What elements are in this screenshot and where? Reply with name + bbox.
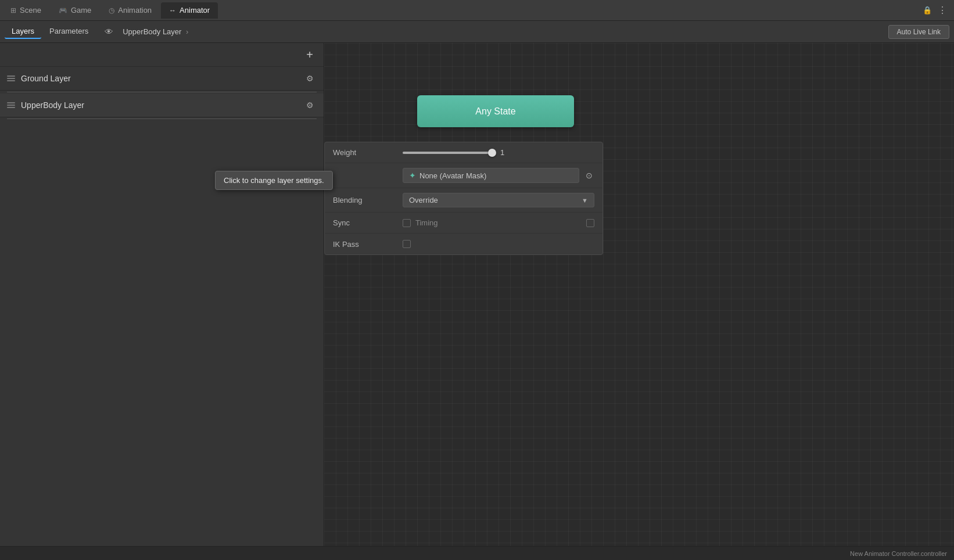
toolbar: Layers Parameters 👁 UpperBody Layer › Au…: [0, 21, 954, 43]
game-icon: 🎮: [59, 6, 67, 15]
weight-slider-fill: [403, 152, 496, 154]
settings-tooltip: Click to change layer settings.: [215, 171, 333, 190]
auto-live-link-button[interactable]: Auto Live Link: [888, 25, 949, 39]
scene-icon: ⊞: [10, 6, 16, 15]
timing-checkbox[interactable]: [586, 219, 594, 227]
blending-label: Blending: [333, 196, 403, 204]
more-options-icon[interactable]: ⋮: [938, 5, 947, 16]
weight-value-container: 1: [403, 148, 594, 157]
weight-row: Weight 1: [325, 142, 602, 163]
tab-game[interactable]: 🎮 Game: [51, 2, 99, 19]
drag-line: [7, 76, 15, 77]
ik-pass-row: IK Pass: [325, 234, 602, 254]
drag-line: [7, 80, 15, 81]
sync-row: Sync Timing: [325, 213, 602, 234]
sync-label: Sync: [333, 218, 403, 227]
breadcrumb-arrow: ›: [186, 27, 188, 36]
dropdown-arrow-icon: ▼: [582, 197, 588, 204]
right-panel: Any State Weight 1 ✦: [324, 43, 954, 546]
tab-animation-label: Animation: [118, 6, 152, 15]
layer-item-upperbody[interactable]: UpperBody Layer ⚙: [0, 94, 324, 117]
upperbody-layer-separator: [7, 119, 317, 119]
tab-animator[interactable]: ↔ Animator: [161, 2, 218, 19]
tab-scene-label: Scene: [20, 6, 41, 15]
blending-selected: Override: [409, 196, 438, 204]
breadcrumb: UpperBody Layer ›: [123, 27, 191, 36]
timing-label: Timing: [415, 218, 582, 227]
drag-line: [7, 78, 15, 79]
avatar-mask-row: ✦ None (Avatar Mask) ⊙: [325, 163, 602, 188]
avatar-mask-target-button[interactable]: ⊙: [584, 170, 594, 181]
breadcrumb-label: UpperBody Layer: [123, 27, 181, 36]
layer-settings-panel: Weight 1 ✦ None (Avatar Mask): [324, 142, 603, 255]
avatar-mask-value: ✦ None (Avatar Mask) ⊙: [403, 168, 594, 183]
drag-line: [7, 105, 15, 106]
status-bar: New Animator Controller.controller: [0, 546, 954, 560]
sync-checkbox[interactable]: [403, 219, 411, 227]
ground-layer-name: Ground Layer: [21, 74, 303, 83]
animation-icon: ◷: [109, 6, 114, 15]
weight-slider[interactable]: [403, 152, 496, 154]
eye-icon[interactable]: 👁: [105, 27, 113, 37]
add-layer-button[interactable]: +: [303, 48, 317, 62]
blending-value: Override ▼: [403, 193, 594, 207]
tab-animator-label: Animator: [180, 6, 210, 15]
any-state-label: Any State: [475, 106, 515, 117]
weight-value: 1: [500, 148, 512, 157]
drag-handle-ground: [7, 76, 16, 81]
tab-animation[interactable]: ◷ Animation: [101, 2, 160, 19]
toolbar-tabs: Layers Parameters: [5, 24, 95, 39]
avatar-mask-icon: ✦: [409, 171, 416, 180]
ik-pass-checkbox[interactable]: [403, 240, 411, 248]
ik-pass-value: [403, 240, 594, 248]
ground-layer-separator: [7, 92, 317, 92]
weight-slider-thumb: [488, 149, 496, 157]
avatar-mask-label: None (Avatar Mask): [419, 171, 486, 180]
tab-bar-right: 🔒 ⋮: [923, 5, 952, 16]
tab-bar: ⊞ Scene 🎮 Game ◷ Animation ↔ Animator 🔒 …: [0, 0, 954, 21]
left-panel: + Ground Layer ⚙ UpperBody Layer ⚙: [0, 43, 324, 546]
ik-pass-label: IK Pass: [333, 240, 403, 249]
upperbody-layer-settings-button[interactable]: ⚙: [303, 98, 317, 112]
tab-scene[interactable]: ⊞ Scene: [2, 2, 49, 19]
drag-line: [7, 102, 15, 103]
any-state-node[interactable]: Any State: [417, 95, 574, 127]
layers-tab[interactable]: Layers: [5, 24, 41, 39]
left-panel-header: +: [0, 43, 324, 67]
weight-label: Weight: [333, 148, 403, 157]
avatar-mask-button[interactable]: ✦ None (Avatar Mask): [403, 168, 579, 183]
blending-dropdown[interactable]: Override ▼: [403, 193, 594, 207]
status-text: New Animator Controller.controller: [850, 550, 947, 557]
lock-icon[interactable]: 🔒: [923, 6, 932, 15]
drag-line: [7, 107, 15, 108]
animator-icon: ↔: [169, 6, 176, 15]
blending-row: Blending Override ▼: [325, 188, 602, 213]
sync-value: Timing: [403, 218, 594, 227]
tab-game-label: Game: [71, 6, 91, 15]
parameters-tab[interactable]: Parameters: [42, 24, 95, 39]
upperbody-layer-name: UpperBody Layer: [21, 100, 303, 110]
main-layout: + Ground Layer ⚙ UpperBody Layer ⚙: [0, 43, 954, 546]
ground-layer-settings-button[interactable]: ⚙: [303, 71, 317, 85]
drag-handle-upperbody: [7, 102, 16, 108]
layer-item-ground[interactable]: Ground Layer ⚙: [0, 67, 324, 91]
